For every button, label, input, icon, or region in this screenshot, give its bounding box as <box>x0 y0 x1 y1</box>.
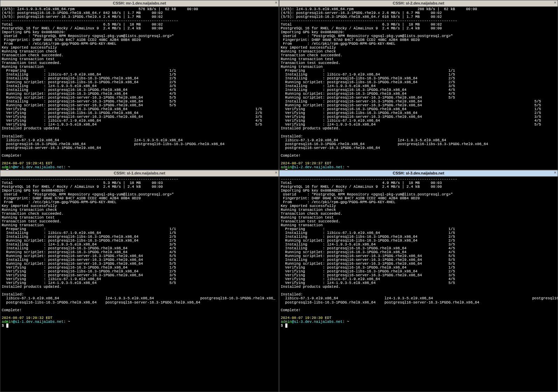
pane-mr-1[interactable]: CSSH: mr-1.dev.naijalabs.net × (3/5): lz… <box>0 0 279 170</box>
title-text: CSSH: sl-2.dev.naijalabs.net <box>393 1 444 6</box>
close-icon[interactable]: × <box>554 1 556 5</box>
terminal-mr-1[interactable]: (3/5): lz4-1.9.3-5.el9.x86_64.rpm 576 kB… <box>0 7 279 170</box>
title-text: CSSH: sl-1.dev.naijalabs.net <box>114 171 165 176</box>
titlebar-mr-1[interactable]: CSSH: mr-1.dev.naijalabs.net × <box>0 0 279 7</box>
close-icon[interactable]: × <box>554 171 556 175</box>
close-icon[interactable]: × <box>275 1 277 5</box>
title-text: CSSH: mr-1.dev.naijalabs.net <box>113 1 166 6</box>
close-icon[interactable]: × <box>275 171 277 175</box>
pane-sl-1[interactable]: CSSH: sl-1.dev.naijalabs.net × ---------… <box>0 170 279 392</box>
titlebar-sl-3[interactable]: CSSH: sl-3.dev.naijalabs.net × <box>279 170 558 177</box>
terminal-sl-1[interactable]: ----------------------------------------… <box>0 177 279 392</box>
title-text: CSSH: sl-3.dev.naijalabs.net <box>393 171 444 176</box>
cssh-grid: CSSH: mr-1.dev.naijalabs.net × (3/5): lz… <box>0 0 558 392</box>
pane-sl-3[interactable]: CSSH: sl-3.dev.naijalabs.net × ---------… <box>279 170 558 392</box>
titlebar-sl-1[interactable]: CSSH: sl-1.dev.naijalabs.net × <box>0 170 279 177</box>
terminal-sl-3[interactable]: ----------------------------------------… <box>279 177 558 392</box>
terminal-sl-2[interactable]: (3/5): lz4-1.9.3-5.el9.x86_64.rpm 288 kB… <box>279 7 558 170</box>
pane-sl-2[interactable]: CSSH: sl-2.dev.naijalabs.net × (3/5): lz… <box>279 0 558 170</box>
titlebar-sl-2[interactable]: CSSH: sl-2.dev.naijalabs.net × <box>279 0 558 7</box>
